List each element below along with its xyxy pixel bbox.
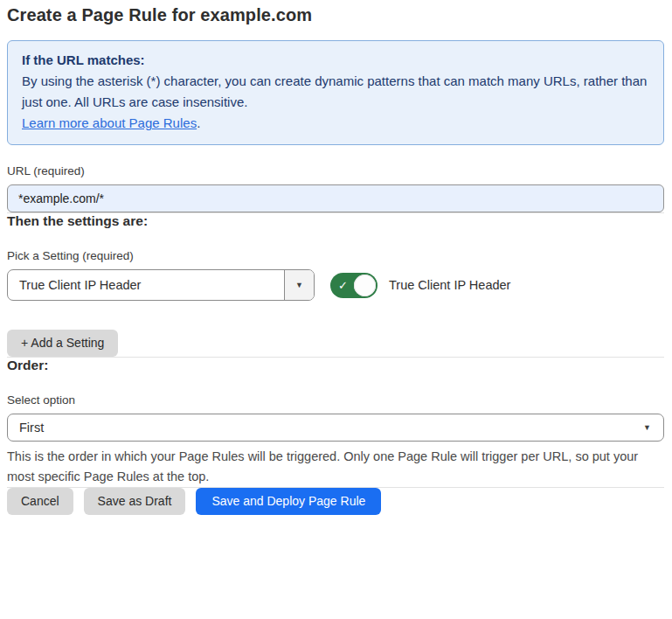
order-section-heading: Order: — [7, 358, 664, 373]
setting-picker-value: True Client IP Header — [8, 270, 284, 300]
toggle-knob — [354, 275, 376, 296]
setting-row: True Client IP Header ▼ ✓ True Client IP… — [7, 269, 664, 301]
order-select[interactable]: First ▼ — [7, 414, 664, 442]
save-as-draft-button[interactable]: Save as Draft — [84, 488, 186, 515]
save-and-deploy-button[interactable]: Save and Deploy Page Rule — [196, 488, 381, 515]
add-setting-button[interactable]: + Add a Setting — [7, 330, 118, 357]
page-title: Create a Page Rule for example.com — [7, 5, 664, 25]
true-client-ip-toggle[interactable]: ✓ — [330, 273, 378, 298]
url-match-info-box: If the URL matches: By using the asteris… — [7, 40, 664, 145]
url-input[interactable] — [7, 184, 664, 212]
toggle-label: True Client IP Header — [389, 278, 510, 292]
form-actions: Cancel Save as Draft Save and Deploy Pag… — [7, 488, 664, 515]
setting-picker-label: Pick a Setting (required) — [7, 249, 664, 262]
info-box-text: By using the asterisk (*) character, you… — [22, 73, 647, 109]
url-field-label: URL (required) — [7, 164, 664, 177]
create-page-rule-form: Create a Page Rule for example.com If th… — [0, 0, 672, 515]
chevron-down-glyph: ▼ — [295, 282, 303, 289]
settings-section-heading: Then the settings are: — [7, 213, 664, 229]
order-select-value: First — [19, 421, 44, 435]
order-select-label: Select option — [7, 393, 664, 407]
learn-more-link[interactable]: Learn more about Page Rules — [22, 115, 197, 130]
checkmark-icon: ✓ — [338, 279, 348, 292]
setting-picker-dropdown[interactable]: True Client IP Header ▼ — [7, 269, 315, 301]
link-suffix: . — [197, 115, 200, 130]
info-box-heading: If the URL matches: — [22, 50, 649, 71]
order-help-text: This is the order in which your Page Rul… — [7, 447, 654, 487]
chevron-down-icon: ▼ — [643, 424, 651, 432]
cancel-button[interactable]: Cancel — [7, 488, 73, 515]
info-box-body: By using the asterisk (*) character, you… — [22, 71, 649, 134]
chevron-down-icon[interactable]: ▼ — [284, 270, 314, 300]
